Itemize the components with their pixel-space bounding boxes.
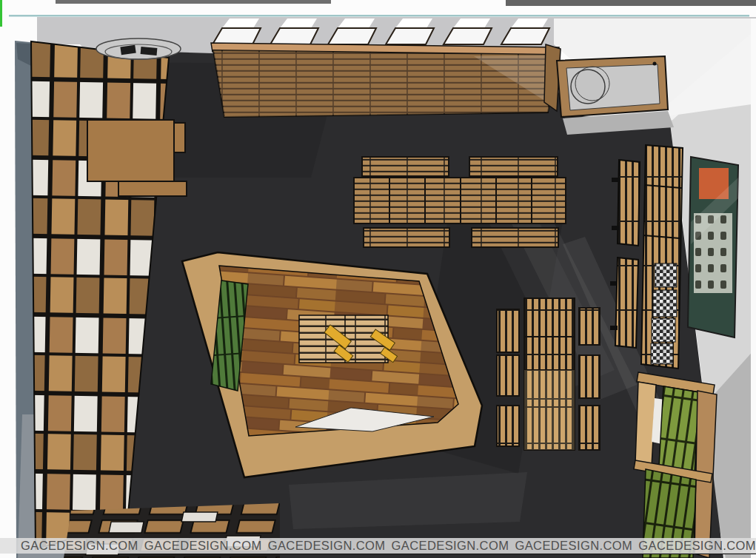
sink-basin: [571, 70, 605, 104]
green-axis-line: [0, 0, 2, 27]
watermark-text: GACEDESIGN.COM: [268, 539, 386, 553]
books-block: [653, 290, 677, 317]
sink-counter: [544, 44, 674, 135]
watermark-text: GACEDESIGN.COM: [392, 539, 509, 553]
render-viewport: GACEDESIGN.COM GACEDESIGN.COM GACEDESIGN…: [0, 0, 756, 558]
bracket: [610, 326, 618, 330]
wall-poster: [688, 157, 738, 337]
desk-return: [118, 181, 187, 196]
books-block: [652, 318, 675, 342]
watermark-text: GACEDESIGN.COM: [144, 539, 262, 553]
desk-top: [87, 120, 174, 181]
watermark-text: GACEDESIGN.COM: [21, 539, 138, 553]
table-sunlight: [524, 370, 575, 450]
watermark-text: GACEDESIGN.COM: [638, 539, 756, 553]
slatted-display-panel: [211, 43, 559, 117]
vertical-table-group: [497, 298, 600, 450]
bench: [615, 258, 638, 348]
watermark-text: GACEDESIGN.COM: [515, 539, 632, 553]
counter-dot: [653, 62, 657, 66]
bench: [362, 157, 449, 176]
right-edge-strip: [751, 19, 756, 558]
green-doors-upper: [659, 386, 699, 474]
bench: [472, 228, 558, 247]
green-lockers: [634, 372, 717, 558]
bench: [364, 228, 449, 247]
white-box: [109, 522, 144, 533]
bracket: [612, 178, 619, 182]
tall-slat-bookshelf: [641, 145, 683, 369]
fixture-object-2: [141, 47, 158, 56]
desk-step: [174, 123, 185, 152]
bracket: [612, 226, 619, 230]
bench: [618, 160, 640, 246]
bracket: [610, 281, 618, 286]
top-bar-left: [56, 0, 331, 4]
bench: [497, 309, 519, 352]
bench: [579, 355, 600, 398]
top-bar-right: [506, 0, 756, 6]
oval-fixture: [96, 38, 181, 59]
interior-render: [0, 0, 756, 558]
books-block: [651, 343, 673, 364]
books-block: [655, 263, 677, 287]
watermark-row: GACEDESIGN.COM GACEDESIGN.COM GACEDESIGN…: [21, 539, 756, 553]
bench: [469, 157, 558, 176]
bench: [497, 406, 519, 446]
bench: [579, 406, 600, 450]
bench: [579, 308, 600, 345]
watermark-band: GACEDESIGN.COM GACEDESIGN.COM GACEDESIGN…: [0, 538, 756, 554]
teal-edge-line: [9, 15, 749, 17]
bench: [497, 355, 519, 396]
white-box: [181, 512, 218, 522]
ceiling-fixture: [96, 38, 181, 59]
